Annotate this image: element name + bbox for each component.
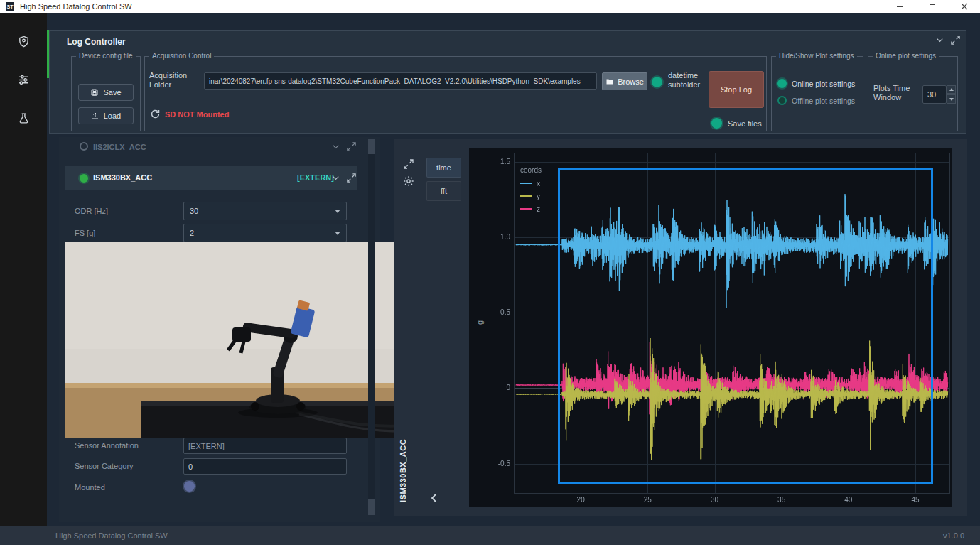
time-window-increment[interactable] (947, 85, 956, 94)
status-version: v1.0.0 (943, 531, 964, 540)
flask-icon (18, 112, 30, 124)
save-files-toggle[interactable] (711, 118, 722, 129)
minimize-button[interactable] (884, 0, 916, 13)
series-x-swatch (520, 183, 532, 184)
sensor-row-ism330bx[interactable]: ISM330BX_ACC [EXTERN] (65, 166, 357, 190)
odr-value: 30 (190, 207, 198, 215)
online-plot-settings-radio[interactable] (777, 79, 787, 88)
legend-item-z[interactable]: z (520, 202, 542, 215)
plot-panel: time fft ISM330BX_ACC g 2025303540451.51… (394, 139, 967, 516)
x-tick-label: 25 (639, 496, 656, 504)
scrollbar-thumb-bottom[interactable] (368, 499, 375, 515)
sensor-active-dot (80, 174, 88, 183)
browse-button[interactable]: Browse (602, 72, 647, 90)
time-window-decrement[interactable] (947, 94, 956, 104)
sidebar-item-settings[interactable] (0, 63, 47, 96)
expand-icon (346, 141, 357, 152)
log-controller-title: Log Controller (67, 37, 126, 47)
acquisition-control-group: Acquisition Control Acquisition Folder B… (144, 56, 767, 131)
refresh-icon (150, 109, 161, 119)
tab-fft[interactable]: fft (426, 181, 461, 201)
sensor-expand-button[interactable] (346, 141, 357, 152)
collapse-sidebar-button[interactable] (428, 492, 441, 504)
series-x-label: x (537, 180, 540, 188)
sensor-category-label: Sensor Category (75, 462, 134, 470)
fs-dropdown[interactable]: 2 (183, 224, 347, 242)
arrow-down-icon (949, 98, 954, 101)
online-plot-settings-group: Online plot settings Plots Time Window (868, 56, 958, 131)
datetime-subfolder-toggle[interactable] (652, 77, 662, 87)
collapse-panel-button[interactable] (935, 35, 945, 45)
tab-time[interactable]: time (426, 158, 461, 178)
minimize-icon (897, 6, 903, 7)
sensor-name: IIS2ICLX_ACC (93, 143, 146, 151)
plot-legend: coords x y z (520, 166, 542, 215)
sensor-category-input[interactable] (183, 458, 347, 475)
sensor-row-iis2iclx[interactable]: IIS2ICLX_ACC (65, 139, 357, 157)
close-icon (961, 3, 968, 10)
legend-item-x[interactable]: x (520, 177, 542, 190)
sensor-annotation-input[interactable] (183, 438, 347, 454)
fs-value: 2 (190, 229, 194, 237)
maximize-icon (930, 4, 935, 9)
plots-time-window-label: Plots Time Window (873, 84, 919, 102)
online-settings-title: Online plot settings (873, 52, 939, 60)
folder-icon (605, 77, 614, 86)
acquisition-folder-input[interactable] (204, 72, 597, 90)
expand-icon (346, 173, 357, 183)
plot-selection-rectangle[interactable] (558, 168, 932, 484)
close-button[interactable] (948, 0, 980, 13)
acquisition-folder-label: Acquisition Folder (149, 71, 200, 90)
series-z-swatch (520, 208, 532, 210)
sd-refresh-button[interactable] (150, 109, 161, 119)
sensor-list-scrollbar[interactable] (368, 139, 375, 515)
stop-log-button[interactable]: Stop Log (709, 71, 764, 108)
acquisition-control-title: Acquisition Control (149, 52, 214, 60)
sensor-expand-button[interactable] (346, 173, 357, 183)
scrollbar-thumb-top[interactable] (368, 139, 375, 154)
sidebar (0, 13, 47, 526)
save-config-button[interactable]: Save (78, 84, 134, 101)
window-title: High Speed Datalog Control SW (20, 2, 132, 11)
chevron-down-icon (330, 141, 341, 152)
arrow-up-icon (949, 88, 954, 91)
sidebar-item-lab[interactable] (0, 102, 47, 134)
x-tick-label: 30 (706, 496, 723, 504)
x-tick-label: 20 (572, 496, 589, 504)
odr-dropdown[interactable]: 30 (183, 202, 347, 220)
x-tick-label: 35 (773, 496, 790, 504)
sensor-name: ISM330BX_ACC (93, 173, 152, 182)
plot-area[interactable] (514, 153, 950, 494)
series-y-label: y (537, 193, 540, 200)
device-config-title: Device config file (76, 52, 136, 60)
sidebar-item-log-controller[interactable] (0, 25, 47, 58)
y-tick-label: 1.5 (483, 158, 510, 166)
plot-settings-button[interactable] (403, 175, 414, 187)
mounted-toggle[interactable] (184, 481, 195, 492)
sensor-annotation-label: Sensor Annotation (75, 441, 139, 450)
y-tick-label: 1.0 (483, 233, 510, 241)
odr-label: ODR [Hz] (75, 207, 108, 215)
sd-status-text: SD NOT Mounted (165, 110, 229, 119)
datetime-subfolder-label: datetime subfolder (668, 71, 712, 90)
save-files-label: Save files (728, 119, 762, 129)
sensor-collapse-button[interactable] (330, 173, 341, 183)
status-bar: High Speed Datalog Control SW v1.0.0 (0, 526, 980, 545)
sensor-collapse-button[interactable] (330, 141, 341, 152)
legend-item-y[interactable]: y (520, 190, 542, 202)
offline-plot-settings-radio[interactable] (777, 96, 787, 105)
maximize-button[interactable] (916, 0, 948, 13)
hide-show-title: Hide/Show Plot settings (776, 52, 857, 60)
shield-icon (18, 36, 30, 48)
window-controls (884, 0, 980, 13)
online-plot-settings-label: Online plot settings (792, 80, 855, 88)
load-config-button[interactable]: Load (78, 107, 134, 124)
plot-expand-button[interactable] (403, 158, 414, 170)
time-window-input[interactable] (922, 85, 947, 104)
y-axis-label: g (475, 320, 484, 325)
status-app-name: High Speed Datalog Control SW (55, 531, 168, 540)
gear-icon (403, 175, 414, 187)
x-tick-label: 45 (907, 496, 924, 504)
y-tick-label: 0.5 (483, 308, 510, 316)
expand-panel-button[interactable] (950, 35, 961, 45)
